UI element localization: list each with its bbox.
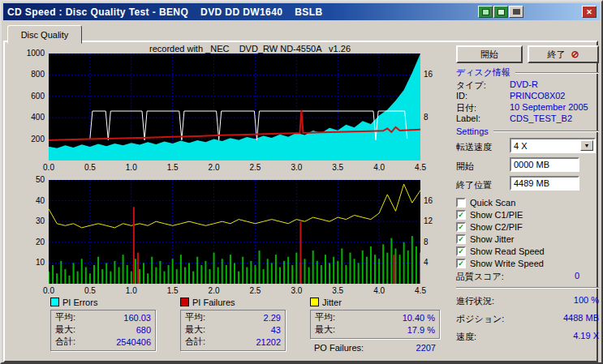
stat-value: 43 [271,325,281,335]
axis-tick-label: 3.0 [285,163,308,172]
speed-row-value: 4.19 X [573,331,599,343]
axis-tick-label: 4 [424,258,441,267]
divider [493,131,599,132]
pi-failures-jitter-chart: 10203040504812160.00.51.01.52.02.53.03.5… [8,180,443,300]
checkbox-row[interactable]: ✓Show Write Speed [456,257,545,269]
quality-score-value: 0 [575,271,579,283]
end-position-label: 終了位置 [456,179,492,191]
stat-label: 平均: [185,311,205,323]
titlebar-icon-button-2[interactable] [493,6,508,18]
axis-tick-label: 2.5 [243,163,266,172]
chevron-down-icon[interactable]: ▼ [580,140,593,151]
divider [515,72,599,74]
minimize-icon [513,9,520,15]
axis-tick-label: 3.0 [285,286,308,295]
stat-label: 合計: [185,336,205,348]
titlebar-icon-button-1[interactable] [478,6,493,18]
axis-tick-label: 400 [8,113,45,122]
minimize-button[interactable] [509,6,523,18]
stat-row: 平均:2.29 [181,311,285,323]
speed-select[interactable]: 4 X ▼ [510,138,596,153]
checkbox-row[interactable]: ✓Show Read Speed [456,245,545,257]
info-label: タイプ: [456,79,510,92]
end-position-input[interactable] [510,176,579,191]
disc-info-row-id: ID:PRINCO8X02 [456,91,599,101]
checkbox-row[interactable]: ✓Show C1/PIE [456,208,545,221]
po-failures-label: PO Failures: [314,343,364,353]
axis-tick-label: 8 [424,113,441,122]
checkbox-show-c2-pif[interactable]: ✓ [456,222,466,232]
info-label: 日付: [456,102,510,114]
axis-tick-label: 800 [8,70,45,79]
legend-label: Jitter [322,298,342,307]
stop-button-label: 終了 [547,49,565,61]
axis-tick-label: 3.5 [326,286,349,295]
axis-tick-label: 1.0 [120,163,143,172]
axis-tick-label: 50 [8,175,45,184]
stat-row: 最大:17.9 % [311,323,439,336]
checkbox-show-jitter[interactable]: ✓ [456,234,466,244]
settings-header: Settings [456,126,599,136]
checkbox-label: Show Jitter [470,234,514,244]
stat-value: 10.40 % [403,313,435,323]
progress-value: 100 % [574,295,599,307]
stat-row: 合計:21202 [181,336,285,348]
checkbox-show-read-speed[interactable]: ✓ [456,246,466,256]
axis-tick-label: 1.0 [120,286,143,295]
stat-value: 17.9 % [407,325,435,335]
stop-button[interactable]: 終了 ⊘ [528,45,599,63]
chart-plot-area [49,180,420,284]
stop-icon: ⊘ [571,49,579,60]
info-label: ID: [456,91,510,101]
titlebar-button-cluster [478,6,523,18]
po-failures-value: 2207 [416,343,436,353]
quality-score-label: 品質スコア: [456,271,504,283]
pi-errors-stats-box: 平均:160.03 最大:680 合計:2540406 [50,310,156,351]
chart-plot-area [49,54,420,161]
checkbox-quick-scan[interactable] [456,198,466,208]
axis-tick-label: 4.0 [368,286,390,295]
axis-tick-label: 12 [424,216,441,225]
close-button[interactable]: ✕ [582,6,597,18]
window-title: CD Speed : Disc Quality Test - BENQ DVD … [3,6,323,18]
checkbox-row[interactable]: ✓Show Jitter [456,233,545,245]
start-position-input[interactable] [510,157,579,172]
recorded-with-text: recorded with _NEC DVD_RW ND-4550A v1.26 [149,44,351,54]
checkbox-label: Show Write Speed [470,259,544,268]
start-button[interactable]: 開始 [456,45,523,63]
stat-value: 680 [136,325,151,335]
stat-row: 最大:43 [181,323,285,336]
axis-tick-label: 0.0 [37,163,60,172]
green-icon [482,9,489,15]
progress-label: 進行状況: [456,295,494,307]
stat-row: 平均:10.40 % [311,311,439,323]
axis-tick-label: 200 [8,135,45,143]
chart-svg [49,54,420,161]
tab-disc-quality[interactable]: Disc Quality [7,25,82,44]
pi-failures-legend: PI Failures [180,297,235,307]
stat-label: 最大: [55,323,75,336]
stat-row: 合計:2540406 [51,336,155,348]
start-button-label: 開始 [480,49,498,61]
stat-label: 最大: [185,323,205,336]
chart-svg [49,180,420,284]
checkbox-row[interactable]: Quick Scan [456,196,545,208]
speed-row-label: 速度: [456,331,476,343]
disc-info-header: ディスク情報 [456,66,599,79]
axis-tick-label: 1.5 [162,286,184,295]
checkbox-row[interactable]: ✓Show C2/PIF [456,221,545,233]
pi-failures-stats-box: 平均:2.29 最大:43 合計:21202 [180,310,286,351]
close-icon: ✕ [586,8,592,16]
axis-tick-label: 0.5 [79,163,101,172]
legend-label: PI Failures [192,298,235,307]
progress-row: 進行状況:100 % [456,295,599,307]
position-row: ポジション:4488 MB [456,313,599,325]
checkbox-show-c1-pie[interactable]: ✓ [456,210,466,220]
stat-value: 21202 [256,337,281,347]
checkbox-show-write-speed[interactable]: ✓ [456,259,466,268]
jitter-legend: Jitter [310,297,342,307]
settings-header-label: Settings [456,126,489,136]
axis-tick-label: 1.5 [162,163,184,172]
jitter-swatch [310,298,319,306]
start-position-label: 開始 [456,161,474,173]
